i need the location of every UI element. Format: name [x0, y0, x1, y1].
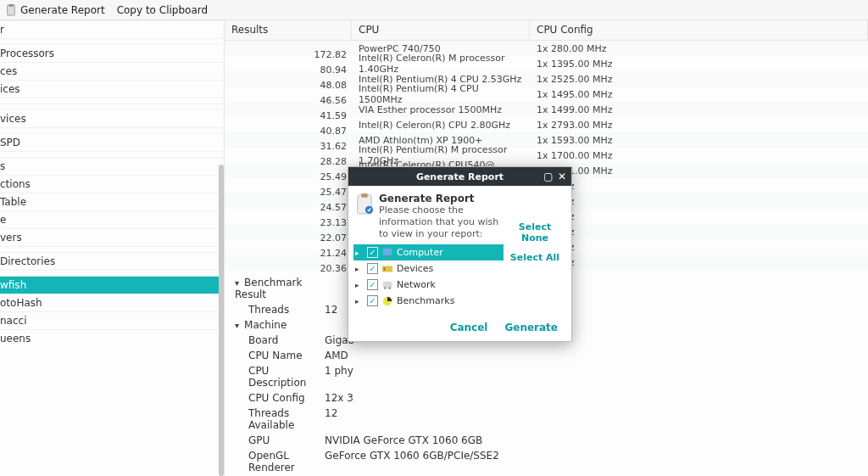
checkbox[interactable]: ✓: [367, 279, 378, 290]
sidebar-item[interactable]: ces: [0, 62, 224, 80]
generate-report-button[interactable]: Generate Report: [5, 4, 105, 16]
cpu-cell: Intel(R) Celeron(R) CPU 2.80GHz: [352, 120, 530, 131]
generate-report-dialog: Generate Report ▢ ✕ Generate Report Plea…: [348, 166, 572, 342]
sidebar-item[interactable]: [0, 98, 224, 104]
table-row[interactable]: 172.82PowerPC 740/7501x 280.00 MHz: [225, 41, 868, 56]
sidebar-item[interactable]: Table: [0, 193, 224, 210]
result-value: 46.56: [320, 95, 348, 106]
result-value: 41.59: [320, 110, 348, 121]
result-value: 20.36: [320, 263, 348, 274]
checkbox[interactable]: ✓: [367, 247, 378, 258]
cpudesc-row: CPU Description1 phy: [231, 363, 861, 390]
svg-rect-8: [384, 267, 386, 271]
sidebar-item[interactable]: vers: [0, 228, 224, 246]
select-all-button[interactable]: Select All: [504, 252, 566, 263]
cpu-config-cell: .00 MHz: [530, 211, 868, 222]
result-value: 22.07: [320, 232, 348, 244]
report-option[interactable]: ✓Benchmarks: [353, 293, 504, 309]
sidebar-item[interactable]: [0, 38, 224, 44]
generate-button[interactable]: Generate: [504, 322, 558, 333]
cpu-config-cell: 1x 1861.00 MHz: [530, 165, 868, 176]
cpu-cell: VIA Esther processor 1500MHz: [352, 104, 530, 115]
cpu-config-cell: 1x 2793.00 MHz: [530, 120, 868, 131]
svg-rect-6: [385, 255, 389, 257]
chevron-right-icon: [355, 295, 364, 306]
sidebar-item[interactable]: Directories: [0, 252, 224, 270]
sidebar-item[interactable]: e: [0, 210, 224, 228]
sidebar-item[interactable]: otoHash: [0, 294, 224, 311]
sidebar-item[interactable]: [0, 127, 224, 133]
cpu-config-cell: .00 MHz: [530, 181, 868, 192]
cpu-config-cell: 1x 1499.00 MHz: [530, 104, 868, 115]
select-none-button[interactable]: Select None: [504, 221, 566, 244]
sidebar: rProcessorscesicesvicesSPDsctionsTableev…: [0, 20, 225, 476]
sidebar-item[interactable]: ices: [0, 80, 224, 98]
maximize-icon[interactable]: ▢: [542, 170, 555, 183]
dialog-header-title: Generate Report: [379, 193, 500, 204]
option-label: Network: [397, 279, 436, 290]
sidebar-item[interactable]: [0, 151, 224, 157]
sidebar-item[interactable]: vices: [0, 109, 224, 127]
table-header: Results CPU CPU Config: [225, 20, 868, 41]
sidebar-item[interactable]: wfish: [0, 276, 224, 294]
option-label: Computer: [397, 247, 443, 258]
sidebar-item[interactable]: s: [0, 157, 224, 175]
checkbox[interactable]: ✓: [367, 263, 378, 274]
chevron-right-icon: [355, 247, 364, 258]
sidebar-item[interactable]: Processors: [0, 44, 224, 62]
result-value: 40.87: [320, 126, 348, 137]
cpu-cell: Intel(R) Celeron(R) M processor 1.40GHz: [352, 53, 530, 75]
option-icon: [381, 295, 393, 307]
report-option[interactable]: ✓Devices: [353, 260, 504, 277]
svg-point-11: [388, 287, 391, 289]
cpuname-row: CPU NameAMD: [231, 348, 861, 363]
cpu-config-cell: 1x 1395.00 MHz: [530, 59, 868, 70]
result-value: 24.57: [320, 202, 348, 213]
cpu-config-cell: 1x 1700.00 MHz: [530, 150, 868, 161]
close-icon[interactable]: ✕: [555, 170, 569, 183]
sidebar-scrollbar[interactable]: [219, 165, 224, 476]
result-value: 25.47: [320, 187, 348, 198]
option-icon: [381, 263, 393, 275]
generate-report-label: Generate Report: [20, 4, 105, 16]
sidebar-item[interactable]: ueens: [0, 329, 224, 347]
result-value: 80.94: [320, 64, 348, 76]
sidebar-item[interactable]: ctions: [0, 175, 224, 193]
report-option[interactable]: ✓Computer: [353, 244, 504, 260]
cpu-config-cell: .00 MHz: [530, 257, 868, 268]
cancel-button[interactable]: Cancel: [450, 322, 488, 333]
checkbox[interactable]: ✓: [367, 295, 378, 306]
cpu-config-cell: 1x 1495.00 MHz: [530, 89, 868, 100]
dialog-header-subtitle: Please choose the information that you w…: [379, 204, 500, 239]
cpu-cell: Intel(R) Pentium(R) 4 CPU 1500MHz: [352, 83, 530, 105]
dialog-title: Generate Report: [416, 171, 504, 182]
sidebar-item[interactable]: SPD: [0, 133, 224, 151]
cpu-config-cell: .00 MHz: [530, 242, 868, 253]
cpu-config-cell: 1x 2525.00 MHz: [530, 74, 868, 85]
svg-rect-5: [383, 249, 392, 255]
sidebar-item[interactable]: [0, 246, 224, 252]
col-cpu-config[interactable]: CPU Config: [530, 20, 868, 40]
copy-clipboard-label: Copy to Clipboard: [117, 4, 208, 16]
dialog-title-bar[interactable]: Generate Report ▢ ✕: [348, 167, 571, 186]
chevron-right-icon: [355, 279, 364, 290]
cpu-config-cell: .00 MHz: [530, 196, 868, 207]
sidebar-item[interactable]: r: [0, 20, 224, 38]
col-results[interactable]: Results: [225, 20, 352, 40]
svg-point-10: [384, 287, 387, 289]
report-option[interactable]: ✓Network: [353, 277, 504, 293]
col-cpu[interactable]: CPU: [352, 20, 530, 40]
gpu-row: GPUNVIDIA GeForce GTX 1060 6GB: [231, 433, 861, 448]
sidebar-item[interactable]: [0, 270, 224, 276]
option-label: Benchmarks: [397, 295, 454, 306]
sidebar-item[interactable]: nacci: [0, 311, 224, 329]
result-value: 25.49: [320, 171, 348, 182]
clipboard-icon: [355, 193, 374, 215]
report-icon: [5, 4, 17, 16]
result-value: 48.08: [320, 80, 348, 91]
sidebar-item[interactable]: [0, 104, 224, 109]
svg-rect-1: [8, 4, 13, 7]
result-value: 172.82: [314, 49, 348, 60]
copy-clipboard-button[interactable]: Copy to Clipboard: [117, 4, 208, 16]
chevron-right-icon: [355, 263, 364, 274]
